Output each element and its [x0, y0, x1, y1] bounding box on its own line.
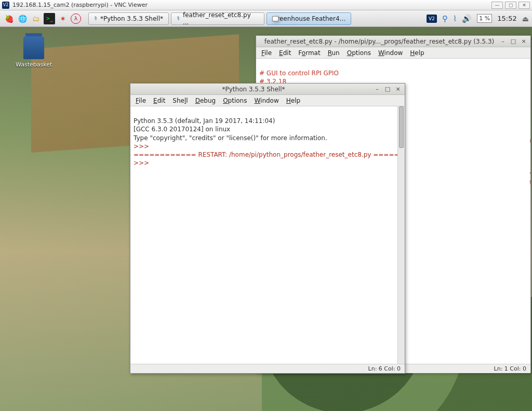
- shell-title: *Python 3.5.3 Shell*: [222, 86, 285, 93]
- terminal-icon[interactable]: >_: [44, 13, 55, 24]
- vnc-minimize-button[interactable]: —: [491, 2, 503, 9]
- shell-window: *Python 3.5.3 Shell* – □ × File Edit She…: [130, 83, 405, 374]
- eject-icon[interactable]: ⏏: [522, 15, 529, 23]
- vnc-window-controls: — ▢ ✕: [491, 2, 530, 9]
- taskbar-item-python-shell[interactable]: ⚕ *Python 3.5.3 Shell*: [88, 12, 169, 25]
- shell-minimize-button[interactable]: –: [374, 86, 381, 93]
- python-icon: ⚕: [94, 15, 97, 22]
- shell-close-button[interactable]: ×: [394, 86, 402, 93]
- menu-run[interactable]: Run: [325, 48, 343, 58]
- menu-shell[interactable]: Shell: [169, 96, 191, 105]
- clock[interactable]: 15:52: [497, 15, 516, 22]
- shell-line: [GCC 6.3.0 20170124] on linux: [134, 126, 230, 133]
- menu-window[interactable]: Window: [375, 48, 406, 58]
- menu-edit[interactable]: Edit: [150, 96, 168, 105]
- editor-minimize-button[interactable]: –: [499, 38, 507, 45]
- menu-raspberry-icon[interactable]: 🍓: [3, 13, 15, 24]
- shell-restart-line: ============ RESTART: /home/pi/python_pr…: [134, 151, 405, 158]
- editor-maximize-button[interactable]: □: [510, 38, 517, 45]
- editor-menubar: FFileile Edit Format Run Options Window …: [256, 47, 530, 59]
- battery-indicator[interactable]: 1 %: [477, 14, 492, 23]
- taskbar-item-greenhouse[interactable]: Greenhouse Feather4...: [267, 12, 351, 25]
- shell-statusbar: Ln: 6 Col: 0: [130, 364, 405, 373]
- taskbar-item-editor[interactable]: ⚕ feather_reset_etc8.py ...: [171, 12, 264, 25]
- vnc-maximize-button[interactable]: ▢: [505, 2, 516, 9]
- menu-file[interactable]: FFileile: [258, 48, 275, 58]
- menu-options[interactable]: Options: [220, 96, 250, 105]
- window-icon: [272, 16, 278, 21]
- desktop-icon-label: Wastebasket: [16, 61, 52, 68]
- taskbar-item-label: feather_reset_etc8.py ...: [183, 11, 259, 26]
- vnc-title: 192.168.1.15_cam2 (raspberrypi) - VNC Vi…: [12, 2, 148, 8]
- shell-prompt: >>>: [134, 143, 149, 150]
- shell-titlebar[interactable]: *Python 3.5.3 Shell* – □ ×: [130, 84, 405, 95]
- browser-icon[interactable]: 🌐: [17, 13, 28, 24]
- editor-close-button[interactable]: ×: [520, 38, 527, 45]
- menu-debug[interactable]: Debug: [192, 96, 219, 105]
- shell-prompt: >>>: [134, 159, 149, 167]
- menu-help[interactable]: Help: [283, 96, 303, 105]
- shell-line: Python 3.5.3 (default, Jan 19 2017, 14:1…: [134, 117, 275, 125]
- desktop-icon-wastebasket[interactable]: Wastebasket: [16, 36, 52, 68]
- file-manager-icon[interactable]: 🗂: [30, 13, 42, 24]
- menu-file[interactable]: File: [132, 96, 149, 105]
- shell-scrollbar[interactable]: [397, 106, 405, 364]
- shell-cursor-pos: Ln: 6 Col: 0: [368, 365, 401, 372]
- code-line: # GUI to control RPI GPIO: [259, 70, 339, 77]
- shell-menubar: File Edit Shell Debug Options Window Hel…: [130, 95, 405, 106]
- editor-cursor-pos: Ln: 1 Col: 0: [494, 365, 526, 372]
- taskbar-item-label: Greenhouse Feather4...: [272, 15, 345, 22]
- code-fragment: vance, load, refresh: [529, 170, 530, 177]
- vnc-titlebar: V2 192.168.1.15_cam2 (raspberrypi) - VNC…: [0, 0, 532, 10]
- vnc-close-button[interactable]: ✕: [518, 2, 530, 9]
- taskbar: 🍓 🌐 🗂 >_ ✶ λ ⚕ *Python 3.5.3 Shell* ⚕ fe…: [0, 10, 532, 27]
- volume-icon[interactable]: 🔊: [462, 14, 472, 23]
- taskbar-item-label: *Python 3.5.3 Shell*: [100, 15, 163, 22]
- mathematica-icon[interactable]: ✶: [57, 13, 69, 24]
- menu-edit[interactable]: Edit: [276, 48, 294, 58]
- bluetooth-icon[interactable]: ⚲: [442, 14, 448, 23]
- menu-window[interactable]: Window: [251, 96, 282, 105]
- shell-line: Type "copyright", "credits" or "license(…: [134, 134, 327, 142]
- editor-title: feather_reset_etc8.py - /home/pi/py..._p…: [259, 38, 499, 45]
- scrollbar-thumb[interactable]: [399, 106, 404, 148]
- code-fragment: ress: [529, 137, 530, 144]
- menu-format[interactable]: Format: [295, 48, 323, 58]
- code-fragment: ttons: [529, 179, 530, 186]
- editor-titlebar[interactable]: feather_reset_etc8.py - /home/pi/py..._p…: [256, 36, 530, 47]
- wifi-icon[interactable]: ⌇: [453, 14, 457, 23]
- system-tray: V2 ⚲ ⌇ 🔊 1 % 15:52 ⏏: [427, 14, 529, 23]
- menu-options[interactable]: Options: [344, 48, 374, 58]
- shell-body[interactable]: Python 3.5.3 (default, Jan 19 2017, 14:1…: [130, 106, 405, 364]
- python-icon: ⚕: [177, 15, 180, 22]
- vnc-logo-icon: V2: [2, 2, 9, 9]
- trash-icon: [23, 36, 44, 59]
- shell-maximize-button[interactable]: □: [384, 86, 391, 93]
- menu-help[interactable]: Help: [407, 48, 427, 58]
- vnc-tray-icon[interactable]: V2: [427, 15, 437, 23]
- wolfram-icon[interactable]: λ: [71, 13, 81, 24]
